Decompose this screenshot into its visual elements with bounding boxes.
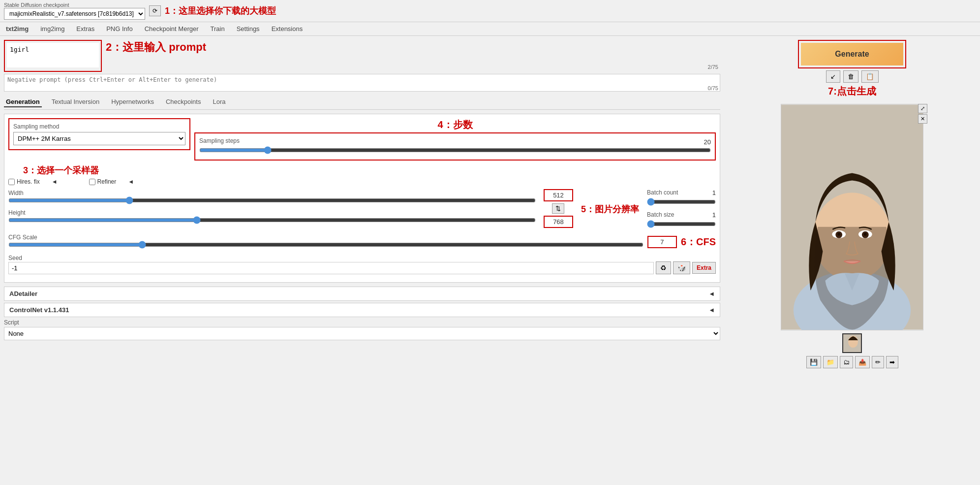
nav-img2img[interactable]: img2img bbox=[38, 24, 66, 33]
open-folder-btn[interactable]: 📁 bbox=[823, 356, 838, 368]
cfg-value-box: 7 bbox=[647, 236, 677, 248]
cfg-scale-section: CFG Scale bbox=[8, 233, 643, 250]
send-img2img-btn[interactable]: 🗂 bbox=[840, 356, 853, 368]
prompt-area: 1girl 2：这里输入 prompt 2/75 bbox=[4, 40, 720, 72]
steps-slider[interactable] bbox=[199, 146, 711, 154]
annotation-7: 7:点击生成 bbox=[828, 85, 876, 98]
steps-value: 20 bbox=[704, 138, 711, 146]
width-slider[interactable] bbox=[8, 196, 536, 204]
width-input-box[interactable]: 512 bbox=[544, 189, 573, 201]
read-params-btn[interactable]: ↙ bbox=[826, 70, 840, 83]
batch-count-slider[interactable] bbox=[647, 198, 716, 206]
annotation-5: 5：图片分辨率 bbox=[581, 203, 639, 215]
refiner-checkbox[interactable] bbox=[89, 179, 95, 185]
batch-section: Batch count 1 Batch size 1 bbox=[647, 189, 716, 229]
negative-prompt-input[interactable] bbox=[4, 74, 720, 92]
adetailer-header[interactable]: ADetailer ◄ bbox=[4, 287, 720, 300]
sampling-steps-section: Sampling steps 20 bbox=[194, 132, 716, 161]
tab-checkpoints[interactable]: Checkpoints bbox=[164, 97, 203, 107]
controlnet-header[interactable]: ControlNet v1.1.431 ◄ bbox=[4, 303, 720, 317]
annotation-2: 2：这里输入 prompt bbox=[106, 40, 206, 55]
script-label: Script bbox=[4, 319, 720, 326]
height-input-box[interactable]: 768 bbox=[544, 216, 573, 228]
batch-count-row: Batch count 1 bbox=[647, 189, 716, 207]
seed-label: Seed bbox=[8, 255, 22, 261]
nav-txt2img[interactable]: txt2img bbox=[4, 24, 31, 33]
cfg-label: CFG Scale bbox=[8, 234, 37, 241]
refresh-model-btn[interactable]: ⟳ bbox=[149, 5, 161, 16]
send-inpaint-btn[interactable]: ✏ bbox=[872, 356, 884, 368]
sampling-method-label: Sampling method bbox=[13, 123, 185, 130]
cfg-slider[interactable] bbox=[8, 241, 643, 249]
batch-size-value: 1 bbox=[712, 211, 716, 220]
hires-fix-checkbox[interactable] bbox=[8, 179, 15, 185]
svg-point-9 bbox=[864, 233, 867, 236]
thumbnail-0[interactable] bbox=[842, 333, 862, 353]
sampling-method-select[interactable]: DPM++ 2M Karras bbox=[13, 132, 185, 145]
expand-btn[interactable]: ⤢ bbox=[918, 104, 927, 113]
size-section: Width Height bbox=[8, 189, 536, 226]
send-btn[interactable]: ➡ bbox=[886, 356, 898, 368]
thumbnail-row bbox=[842, 333, 862, 353]
tab-lora[interactable]: Lora bbox=[211, 97, 227, 107]
batch-count-label: Batch count bbox=[647, 189, 678, 196]
nav-checkpoint[interactable]: Checkpoint Merger bbox=[143, 24, 201, 33]
paste-btn[interactable]: 📋 bbox=[861, 70, 879, 83]
right-panel: Generate ↙ 🗑 📋 7:点击生成 ⤢ ✕ bbox=[724, 36, 980, 485]
refiner-label[interactable]: Refiner bbox=[89, 178, 117, 185]
hires-arrow[interactable]: ◄ bbox=[52, 178, 58, 185]
hires-fix-label[interactable]: Hires. fix bbox=[8, 178, 40, 185]
steps-label: Sampling steps bbox=[199, 137, 240, 144]
tab-generation[interactable]: Generation bbox=[4, 97, 42, 107]
width-label: Width bbox=[8, 190, 24, 196]
hires-refiner-row: Hires. fix ◄ Refiner ◄ bbox=[8, 178, 716, 185]
prompt-counter: 2/75 bbox=[708, 64, 718, 70]
nav-bar: txt2img img2img Extras PNG Info Checkpoi… bbox=[0, 22, 980, 36]
model-select[interactable]: majicmixRealistic_v7.safetensors [7c819b… bbox=[4, 8, 145, 20]
tab-hypernetworks[interactable]: Hypernetworks bbox=[109, 97, 156, 107]
sampling-method-section: Sampling method DPM++ 2M Karras 3：选择一个采样… bbox=[8, 118, 190, 150]
model-label: Stable Diffusion checkpoint bbox=[4, 2, 145, 8]
generate-btn-wrapper: Generate bbox=[798, 40, 906, 68]
generate-btn[interactable]: Generate bbox=[801, 43, 903, 65]
generation-section: Sampling method DPM++ 2M Karras 3：选择一个采样… bbox=[4, 114, 720, 283]
width-row: Width bbox=[8, 189, 536, 206]
close-output-btn[interactable]: ✕ bbox=[918, 114, 927, 124]
batch-count-value: 1 bbox=[712, 189, 716, 198]
nav-settings[interactable]: Settings bbox=[235, 24, 262, 33]
annotation-1: 1：这里选择你下载的大模型 bbox=[165, 5, 276, 17]
svg-point-6 bbox=[837, 233, 840, 236]
tab-textual-inversion[interactable]: Textual Inversion bbox=[50, 97, 102, 107]
seed-dice-btn[interactable]: 🎲 bbox=[673, 261, 690, 274]
annotation-4: 4：步数 bbox=[194, 118, 716, 131]
batch-size-label: Batch size bbox=[647, 211, 674, 218]
negative-prompt-area: 0/75 bbox=[4, 74, 720, 93]
top-bar: Stable Diffusion checkpoint majicmixReal… bbox=[0, 0, 980, 22]
seed-row: ♻ 🎲 Extra bbox=[8, 261, 716, 274]
nav-train[interactable]: Train bbox=[209, 24, 227, 33]
batch-size-slider[interactable] bbox=[647, 220, 716, 228]
nav-extras[interactable]: Extras bbox=[74, 24, 96, 33]
clear-btn[interactable]: 🗑 bbox=[843, 70, 858, 83]
nav-pnginfo[interactable]: PNG Info bbox=[104, 24, 134, 33]
send-extras-btn[interactable]: 📤 bbox=[855, 356, 870, 368]
seed-recycle-btn[interactable]: ♻ bbox=[656, 261, 671, 274]
height-slider[interactable] bbox=[8, 216, 536, 224]
seed-section: Seed ♻ 🎲 Extra bbox=[8, 254, 716, 274]
output-actions: 💾 📁 🗂 📤 ✏ ➡ bbox=[806, 356, 898, 368]
refiner-arrow[interactable]: ◄ bbox=[128, 178, 134, 185]
output-image bbox=[781, 104, 923, 330]
save-output-btn[interactable]: 💾 bbox=[806, 356, 821, 368]
controlnet-accordion: ControlNet v1.1.431 ◄ bbox=[4, 303, 720, 317]
height-label: Height bbox=[8, 209, 26, 216]
output-image-container: ⤢ ✕ bbox=[781, 104, 923, 330]
generate-actions: ↙ 🗑 📋 bbox=[826, 70, 879, 83]
prompt-input[interactable]: 1girl bbox=[7, 43, 99, 67]
cfg-scale-row: CFG Scale 7 6：CFS bbox=[8, 233, 716, 250]
annotation-3: 3：选择一个采样器 bbox=[23, 164, 716, 176]
nav-extensions[interactable]: Extensions bbox=[270, 24, 305, 33]
script-select[interactable]: None bbox=[4, 327, 720, 340]
swap-size-btn[interactable]: ⇅ bbox=[552, 203, 564, 214]
seed-input[interactable] bbox=[8, 262, 654, 274]
extra-btn[interactable]: Extra bbox=[692, 262, 716, 274]
